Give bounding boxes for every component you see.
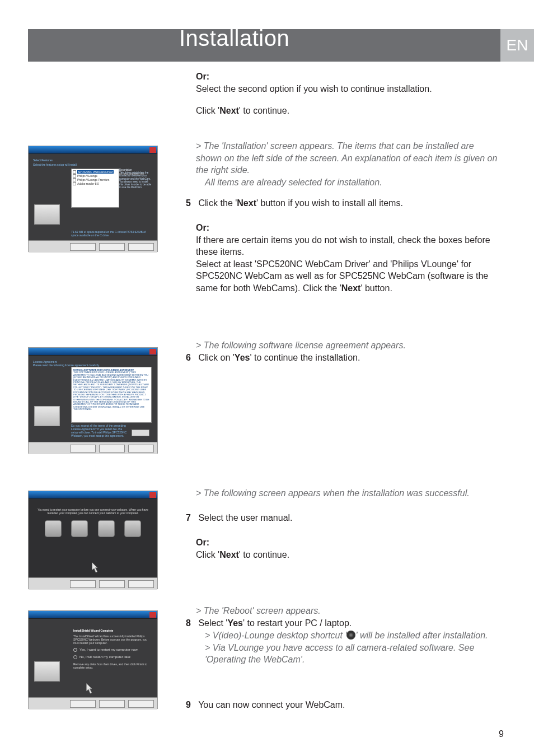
page-title: Installation [179,26,289,51]
or-heading-3: Or: [196,538,209,547]
no-button [128,445,154,452]
or-heading-2: Or: [196,223,209,232]
remove-disks-msg: Remove any disks from their drives, and … [73,662,147,669]
monitor-icon [34,661,60,682]
sec5-c3: ' to continue. [239,550,289,559]
radio-yes [73,648,77,652]
step-6-yes: Yes [235,353,250,362]
screenshot-select-features: Select Features Select the features setu… [28,146,158,252]
feature-description: Description This driver establishes the … [119,169,152,208]
sec1-click-pre: Click ' [196,106,219,115]
cancel-button [128,700,154,708]
close-icon [149,612,156,618]
dialog-titlebar [29,146,157,154]
language-tag: EN [500,29,534,62]
step-7-text: Select the user manual. [196,513,293,522]
step-5-pre: Click the ' [196,198,237,208]
opt-restart-now: Yes, I want to restart my computer now. [79,648,138,651]
sec6-it1b: ' will be installed after installation. [355,631,488,640]
yes-button [99,445,125,452]
step-5-num: 5 [186,197,196,209]
step-8-post: ' to restart your PC / laptop. [243,618,352,628]
step-7-num: 7 [186,512,196,524]
opt-restart-later: No, I will restart my computer later. [79,655,131,659]
eula-textbox: NOTICE\nSOFTWARE END USER LICENSE AGREEM… [71,367,152,423]
step-6-post: ' to continue the installation. [250,353,360,362]
sec6-it1a: > V(ideo)-Lounge desktop shortcut ' [205,631,346,640]
or-heading-1: Or: [196,72,209,81]
sec3-p2c: ' button. [360,283,392,293]
dialog-subtext: Select the features setup will install. [33,163,153,166]
step-8-pre: Select ' [196,618,227,628]
print-button [132,430,149,436]
next-button [99,580,125,588]
step-9-text: You can now connect your WebCam. [196,700,345,710]
cancel-button [128,580,154,588]
dialog-subtitle: Select Features [33,158,153,162]
dialog-footer [29,697,157,710]
step-5-post: ' button if you wish to install all item… [256,198,403,208]
feature-item-3: Adobe reader 8.0 [77,182,99,185]
device-icon [98,520,115,537]
dialog-titlebar [29,491,157,499]
sec3-p1: If there are certain items you do not wi… [196,234,498,258]
screenshot-reboot: InstallShield Wizard Complete The Instal… [28,610,158,709]
screenshot-license: License Agreement Please read the follow… [28,347,158,454]
dialog-footer [29,442,157,454]
dialog-footer [29,577,157,590]
sec5-c1: Click ' [196,550,219,559]
back-button [70,243,96,251]
step-8-yes: Yes [227,618,243,628]
radio-no [73,655,77,659]
step-6-pre: Click on ' [196,353,235,362]
sec1-line1: Select the second option if you wish to … [196,83,498,95]
sec1-click-post: ' to continue. [239,106,289,115]
sec4-it: > The following software license agreeme… [196,339,498,352]
device-icon [124,520,141,537]
monitor-icon [34,406,60,426]
device-icon [45,520,62,537]
back-button [70,580,96,588]
step-8-num: 8 [186,617,196,629]
wizard-complete-heading: InstallShield Wizard Complete [73,629,153,632]
dialog-titlebar [29,611,157,619]
step-5-next: Next [237,198,256,208]
sec5-it: > The following screen appears when the … [196,487,498,500]
pointer-arrow-icon [90,561,102,573]
monitor-icon [34,204,60,225]
sec3-next: Next [341,283,361,293]
feature-listbox: SPC520NC WebCam Driver Philips VLounge P… [71,169,119,208]
back-button [70,445,96,452]
page-number: 9 [499,729,504,739]
dialog-footer [29,240,157,253]
cancel-button [128,243,154,251]
sec1-next: Next [219,106,239,115]
space-info: 71.69 MB of space required on the C driv… [71,230,152,237]
close-icon [149,147,156,153]
feature-item-1: Philips VLounge [77,174,97,178]
success-message: You need to restart your computer before… [38,508,148,515]
vlounge-icon [346,631,355,640]
close-icon [149,349,156,354]
feature-item-2: Philips VLounge Premium [77,178,110,181]
close-icon [149,492,156,498]
next-button [99,243,125,251]
finish-button [99,700,125,708]
step-6-num: 6 [186,352,196,364]
accept-question: Do you accept all the terms of the prece… [71,424,127,437]
sec2-it1: > The 'Installation' screen appears. The… [196,140,498,176]
back-button [70,700,96,708]
wizard-complete-msg: The InstallShield Wizard has successfull… [73,634,147,645]
feature-item-0: SPC520NC WebCam Driver [77,170,114,174]
sec5-next: Next [219,550,239,559]
sec2-it2: All items are already selected for insta… [196,176,498,189]
sec6-it0: > The 'Reboot' screen appears. [196,605,498,617]
dialog-titlebar [29,348,157,356]
pointer-arrow-icon [85,682,97,694]
device-icon [71,520,88,537]
screenshot-install-success: You need to restart your computer before… [28,491,158,589]
sec6-it2: > Via VLounge you have access to all cam… [205,642,498,666]
step-9-num: 9 [186,699,196,711]
